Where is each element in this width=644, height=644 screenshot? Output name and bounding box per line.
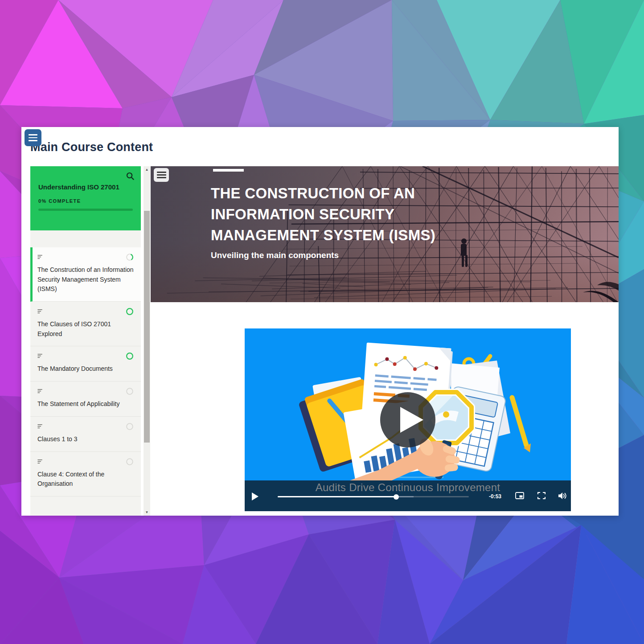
lesson-title: The Statement of Applicability (37, 399, 134, 409)
video-time-remaining: -0:53 (489, 493, 501, 500)
lesson-hero-banner: THE CONSTRUCTION OF AN INFORMATION SECUR… (151, 166, 619, 302)
slide-progress-dash (213, 169, 244, 172)
page: { "page": { "title": "Main Course Conten… (0, 0, 644, 644)
video-played (278, 496, 396, 497)
sidebar-scrollbar[interactable]: ▲ ▼ (144, 166, 150, 516)
sidebar-item-lesson-5[interactable]: Clauses 1 to 3 (30, 417, 141, 452)
course-progress-label: 0% COMPLETE (38, 198, 133, 204)
search-icon[interactable] (126, 172, 135, 180)
lesson-list: The Construction of an Information Secur… (30, 230, 141, 516)
lesson-text-icon (37, 353, 43, 358)
video-player: Audits Drive Continuous Improvement -0:5… (245, 328, 571, 511)
sidebar-item-lesson-1[interactable]: The Construction of an Information Secur… (30, 247, 141, 302)
progress-ring-icon (126, 253, 134, 261)
course-progress-bar (38, 209, 133, 211)
progress-ring-icon (126, 458, 134, 466)
hamburger-icon (29, 134, 37, 135)
lesson-title: Clause 4: Context of the Organisation (37, 470, 134, 489)
scroll-down-icon[interactable]: ▼ (144, 510, 150, 514)
fullscreen-icon[interactable] (537, 492, 546, 499)
scroll-up-icon[interactable]: ▲ (144, 168, 150, 172)
video-progress-bar[interactable] (278, 496, 469, 497)
sidebar-item-lesson-6[interactable]: Clause 4: Context of the Organisation (30, 452, 141, 496)
progress-ring-icon (126, 422, 134, 431)
lesson-content: THE CONSTRUCTION OF AN INFORMATION SECUR… (151, 166, 619, 516)
video-stage[interactable] (245, 328, 571, 480)
lesson-text-icon (37, 459, 43, 464)
lesson-heading: THE CONSTRUCTION OF AN INFORMATION SECUR… (211, 183, 436, 246)
volume-icon[interactable] (558, 492, 567, 500)
video-control-bar: Audits Drive Continuous Improvement -0:5… (245, 480, 571, 511)
sidebar-item-lesson-3[interactable]: The Mandatory Documents (30, 346, 141, 381)
video-thumbnail-illustration (245, 328, 571, 480)
course-sidebar: Understanding ISO 27001 0% COMPLETE The … (30, 166, 141, 516)
play-button[interactable] (252, 492, 258, 500)
lesson-title: The Construction of an Information Secur… (37, 265, 134, 294)
lesson-subheading: Unveiling the main components (211, 250, 436, 260)
progress-ring-icon (126, 352, 134, 360)
hero-text-block: THE CONSTRUCTION OF AN INFORMATION SECUR… (211, 183, 436, 260)
main-menu-button[interactable] (25, 129, 41, 146)
lesson-text-icon (37, 309, 43, 314)
progress-ring-icon (126, 308, 134, 316)
lesson-list-spacer (30, 230, 141, 247)
lesson-title: The Mandatory Documents (37, 364, 134, 374)
lesson-title: Clauses 1 to 3 (37, 435, 134, 444)
scrollbar-thumb[interactable] (144, 211, 150, 443)
video-progress-knob[interactable] (394, 494, 399, 500)
lesson-text-icon (37, 424, 43, 429)
course-progress-header: Understanding ISO 27001 0% COMPLETE (30, 166, 141, 230)
course-title: Understanding ISO 27001 (30, 166, 141, 192)
hamburger-icon (157, 172, 166, 173)
slide-menu-button[interactable] (154, 168, 169, 182)
lesson-text-icon (37, 254, 43, 259)
sidebar-item-lesson-4[interactable]: The Statement of Applicability (30, 381, 141, 417)
lesson-title: The Clauses of ISO 27001 Explored (37, 320, 134, 339)
progress-ring-icon (126, 387, 134, 395)
picture-in-picture-icon[interactable] (515, 492, 524, 499)
course-window: Main Course Content Understanding ISO 27… (21, 127, 619, 516)
sidebar-item-lesson-2[interactable]: The Clauses of ISO 27001 Explored (30, 302, 141, 346)
lesson-text-icon (37, 389, 43, 394)
page-title: Main Course Content (30, 140, 153, 154)
